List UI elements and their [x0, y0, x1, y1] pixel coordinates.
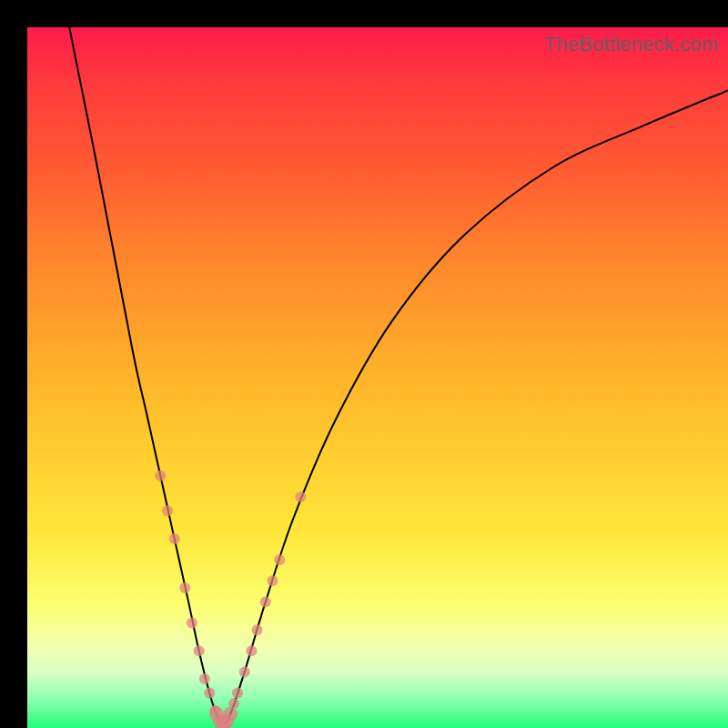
data-marker: [194, 645, 205, 656]
data-marker: [155, 470, 166, 481]
data-marker: [179, 582, 190, 593]
data-marker: [232, 688, 243, 699]
data-marker: [162, 505, 173, 516]
data-marker: [246, 645, 257, 656]
data-marker: [239, 666, 250, 677]
data-markers: [155, 470, 306, 728]
data-marker: [295, 491, 306, 502]
bottleneck-curve-line: [69, 27, 728, 724]
data-marker: [187, 618, 197, 629]
data-marker: [260, 596, 271, 607]
data-marker: [223, 707, 238, 722]
watermark-text: TheBottleneck.com: [544, 33, 719, 56]
data-marker: [199, 673, 210, 684]
data-marker: [204, 688, 215, 699]
plot-area: TheBottleneck.com: [27, 27, 728, 728]
data-marker: [252, 624, 263, 635]
chart-svg: [27, 27, 728, 728]
chart-outer-frame: TheBottleneck.com: [0, 0, 728, 728]
data-marker: [169, 533, 180, 544]
data-marker: [228, 698, 239, 709]
data-marker: [274, 554, 285, 565]
data-marker: [268, 575, 278, 586]
